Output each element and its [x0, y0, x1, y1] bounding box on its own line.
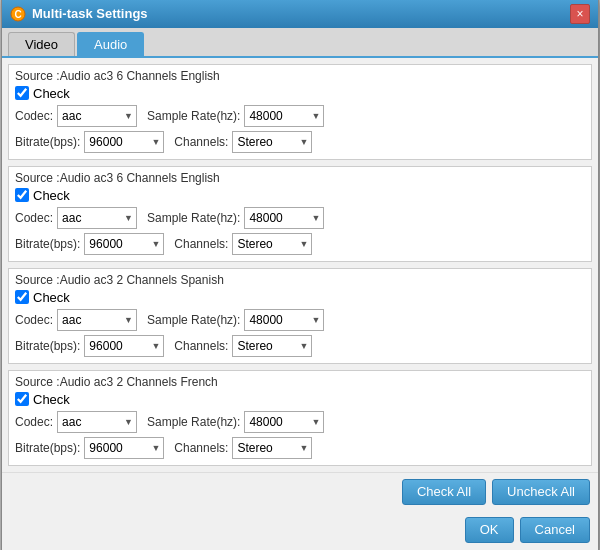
- form-rows-3: Codec: aacmp3ac3copy Sample Rate(hz): 48…: [15, 309, 585, 357]
- codec-group-2: Codec: aacmp3ac3copy: [15, 207, 137, 229]
- samplerate-group-4: Sample Rate(hz): 480004410032000: [147, 411, 324, 433]
- codec-group-1: Codec: aacmp3ac3copy: [15, 105, 137, 127]
- channels-label-1: Channels:: [174, 135, 228, 149]
- source-label-4: Source :Audio ac3 2 Channels French: [15, 375, 585, 389]
- channels-select-4[interactable]: StereoMono5.1: [232, 437, 312, 459]
- bitrate-label-1: Bitrate(bps):: [15, 135, 80, 149]
- channels-label-4: Channels:: [174, 441, 228, 455]
- content-area: Source :Audio ac3 6 Channels English Che…: [2, 64, 598, 551]
- bitrate-group-4: Bitrate(bps): 96000128000192000: [15, 437, 164, 459]
- samplerate-group-2: Sample Rate(hz): 480004410032000: [147, 207, 324, 229]
- channels-select-1[interactable]: StereoMono5.1: [232, 131, 312, 153]
- check-label-2: Check: [33, 188, 70, 203]
- channels-select-wrapper-3: StereoMono5.1: [232, 335, 312, 357]
- codec-select-wrapper-4: aacmp3ac3copy: [57, 411, 137, 433]
- codec-select-3[interactable]: aacmp3ac3copy: [57, 309, 137, 331]
- window-title: Multi-task Settings: [32, 6, 148, 21]
- channels-group-2: Channels: StereoMono5.1: [174, 233, 312, 255]
- channels-select-wrapper-1: StereoMono5.1: [232, 131, 312, 153]
- check-all-button[interactable]: Check All: [402, 479, 486, 505]
- samplerate-select-1[interactable]: 480004410032000: [244, 105, 324, 127]
- bitrate-label-3: Bitrate(bps):: [15, 339, 80, 353]
- channels-label-3: Channels:: [174, 339, 228, 353]
- form-row-2b: Bitrate(bps): 96000128000192000 Channels…: [15, 233, 585, 255]
- samplerate-label-3: Sample Rate(hz):: [147, 313, 240, 327]
- check-row-3: Check: [15, 290, 585, 305]
- bitrate-select-wrapper-4: 96000128000192000: [84, 437, 164, 459]
- codec-label-3: Codec:: [15, 313, 53, 327]
- form-rows-2: Codec: aacmp3ac3copy Sample Rate(hz): 48…: [15, 207, 585, 255]
- check-row-4: Check: [15, 392, 585, 407]
- form-rows-4: Codec: aacmp3ac3copy Sample Rate(hz): 48…: [15, 411, 585, 459]
- bitrate-select-1[interactable]: 96000128000192000: [84, 131, 164, 153]
- bitrate-select-2[interactable]: 96000128000192000: [84, 233, 164, 255]
- channels-select-wrapper-4: StereoMono5.1: [232, 437, 312, 459]
- bitrate-label-2: Bitrate(bps):: [15, 237, 80, 251]
- source-label-3: Source :Audio ac3 2 Channels Spanish: [15, 273, 585, 287]
- codec-select-wrapper-2: aacmp3ac3copy: [57, 207, 137, 229]
- bitrate-label-4: Bitrate(bps):: [15, 441, 80, 455]
- samplerate-group-1: Sample Rate(hz): 480004410032000: [147, 105, 324, 127]
- form-row-2a: Codec: aacmp3ac3copy Sample Rate(hz): 48…: [15, 207, 585, 229]
- check-row-1: Check: [15, 86, 585, 101]
- close-button[interactable]: ×: [570, 4, 590, 24]
- bitrate-select-wrapper-3: 96000128000192000: [84, 335, 164, 357]
- check-label-3: Check: [33, 290, 70, 305]
- samplerate-select-2[interactable]: 480004410032000: [244, 207, 324, 229]
- bitrate-select-wrapper-2: 96000128000192000: [84, 233, 164, 255]
- title-bar: C Multi-task Settings ×: [2, 0, 598, 28]
- tab-audio[interactable]: Audio: [77, 32, 144, 56]
- bitrate-group-1: Bitrate(bps): 96000128000192000: [15, 131, 164, 153]
- form-row-1a: Codec: aacmp3ac3copy Sample Rate(hz): 48…: [15, 105, 585, 127]
- check-label-4: Check: [33, 392, 70, 407]
- samplerate-group-3: Sample Rate(hz): 480004410032000: [147, 309, 324, 331]
- cancel-button[interactable]: Cancel: [520, 517, 590, 543]
- check-checkbox-2[interactable]: [15, 188, 29, 202]
- form-row-3a: Codec: aacmp3ac3copy Sample Rate(hz): 48…: [15, 309, 585, 331]
- channels-select-3[interactable]: StereoMono5.1: [232, 335, 312, 357]
- check-buttons-row: Check All Uncheck All: [2, 472, 598, 513]
- source-label-2: Source :Audio ac3 6 Channels English: [15, 171, 585, 185]
- samplerate-label-2: Sample Rate(hz):: [147, 211, 240, 225]
- channels-group-3: Channels: StereoMono5.1: [174, 335, 312, 357]
- tab-bar: Video Audio: [2, 28, 598, 58]
- channels-select-wrapper-2: StereoMono5.1: [232, 233, 312, 255]
- samplerate-select-4[interactable]: 480004410032000: [244, 411, 324, 433]
- codec-select-4[interactable]: aacmp3ac3copy: [57, 411, 137, 433]
- app-icon: C: [10, 6, 26, 22]
- channels-group-1: Channels: StereoMono5.1: [174, 131, 312, 153]
- check-checkbox-3[interactable]: [15, 290, 29, 304]
- form-row-3b: Bitrate(bps): 96000128000192000 Channels…: [15, 335, 585, 357]
- check-checkbox-4[interactable]: [15, 392, 29, 406]
- audio-section-3: Source :Audio ac3 2 Channels Spanish Che…: [8, 268, 592, 364]
- samplerate-label-1: Sample Rate(hz):: [147, 109, 240, 123]
- audio-section-2: Source :Audio ac3 6 Channels English Che…: [8, 166, 592, 262]
- codec-group-3: Codec: aacmp3ac3copy: [15, 309, 137, 331]
- codec-label-4: Codec:: [15, 415, 53, 429]
- bitrate-select-4[interactable]: 96000128000192000: [84, 437, 164, 459]
- channels-select-2[interactable]: StereoMono5.1: [232, 233, 312, 255]
- bitrate-group-3: Bitrate(bps): 96000128000192000: [15, 335, 164, 357]
- channels-label-2: Channels:: [174, 237, 228, 251]
- uncheck-all-button[interactable]: Uncheck All: [492, 479, 590, 505]
- svg-text:C: C: [14, 9, 21, 20]
- codec-select-2[interactable]: aacmp3ac3copy: [57, 207, 137, 229]
- form-row-4b: Bitrate(bps): 96000128000192000 Channels…: [15, 437, 585, 459]
- source-label-1: Source :Audio ac3 6 Channels English: [15, 69, 585, 83]
- samplerate-select-wrapper-2: 480004410032000: [244, 207, 324, 229]
- tab-video[interactable]: Video: [8, 32, 75, 56]
- samplerate-select-wrapper-1: 480004410032000: [244, 105, 324, 127]
- codec-label-2: Codec:: [15, 211, 53, 225]
- samplerate-label-4: Sample Rate(hz):: [147, 415, 240, 429]
- check-label-1: Check: [33, 86, 70, 101]
- check-checkbox-1[interactable]: [15, 86, 29, 100]
- codec-group-4: Codec: aacmp3ac3copy: [15, 411, 137, 433]
- bitrate-select-3[interactable]: 96000128000192000: [84, 335, 164, 357]
- samplerate-select-wrapper-3: 480004410032000: [244, 309, 324, 331]
- audio-section-4: Source :Audio ac3 2 Channels French Chec…: [8, 370, 592, 466]
- codec-label-1: Codec:: [15, 109, 53, 123]
- ok-button[interactable]: OK: [465, 517, 514, 543]
- codec-select-1[interactable]: aacmp3ac3copy: [57, 105, 137, 127]
- title-bar-left: C Multi-task Settings: [10, 6, 148, 22]
- samplerate-select-3[interactable]: 480004410032000: [244, 309, 324, 331]
